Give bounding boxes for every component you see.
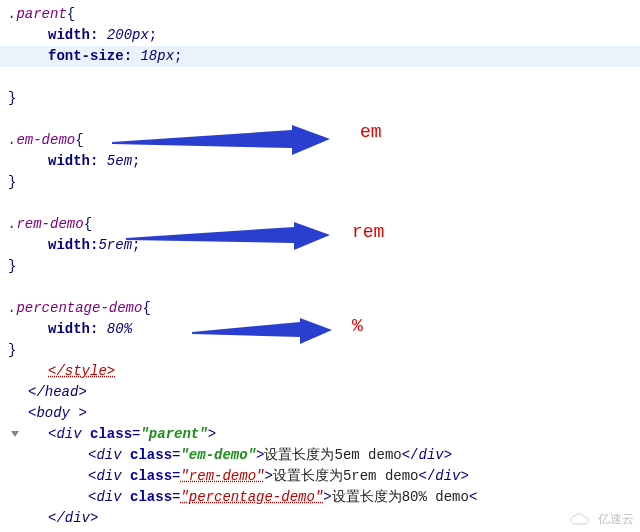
code-block: .parent{ width: 200px; font-size: 18px; … (0, 0, 640, 529)
blank-line (0, 193, 640, 214)
css-close: } (0, 256, 640, 277)
cloud-icon (568, 512, 594, 528)
watermark: 亿速云 (568, 511, 634, 528)
closing-head-tag: </head> (0, 382, 640, 403)
child-div: <div class="percentage-demo">设置长度为80% de… (0, 487, 640, 508)
css-rule-pct: .percentage-demo{ (0, 298, 640, 319)
annotation-rem: rem (352, 222, 384, 242)
closing-style-tag: </style> (0, 361, 640, 382)
arrow-icon (192, 318, 334, 348)
arrow-icon (126, 222, 332, 256)
css-decl-highlight: font-size: 18px; (0, 46, 640, 67)
fold-marker-icon[interactable] (11, 431, 19, 437)
blank-line (0, 67, 640, 88)
svg-marker-2 (192, 318, 332, 344)
body-open-tag: <body > (0, 403, 640, 424)
child-div: <div class="em-demo">设置长度为5em demo</div> (0, 445, 640, 466)
arrow-icon (112, 125, 332, 161)
annotation-em: em (360, 122, 382, 142)
css-close: } (0, 172, 640, 193)
css-rule-parent: .parent{ (0, 4, 640, 25)
css-close: } (0, 88, 640, 109)
svg-marker-1 (126, 222, 330, 250)
closing-div-tag: </div> (0, 508, 640, 529)
annotation-pct: % (352, 316, 363, 336)
svg-marker-0 (112, 125, 330, 155)
css-decl: width: 200px; (0, 25, 640, 46)
div-parent-open: <div class="parent"> (0, 424, 640, 445)
child-div: <div class="rem-demo">设置长度为5rem demo</di… (0, 466, 640, 487)
blank-line (0, 277, 640, 298)
